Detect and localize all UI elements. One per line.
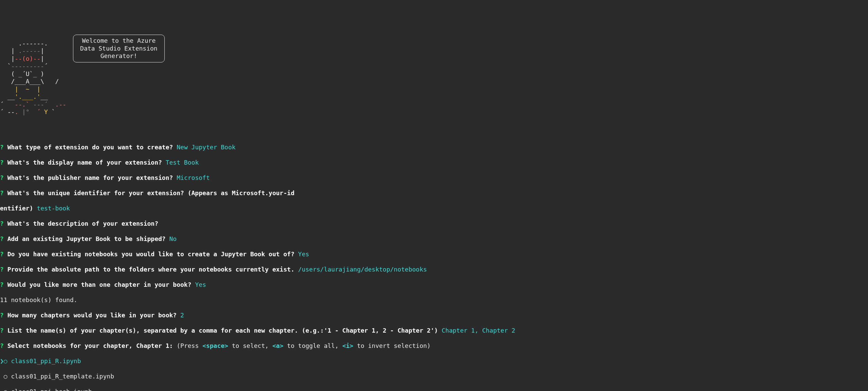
prompt-answer: /users/laurajiang/desktop/notebooks <box>298 266 427 273</box>
prompt-line-continuation: entifier) test-book <box>0 205 868 212</box>
instruction-text: to select, <box>228 342 272 349</box>
instruction-text: to invert selection) <box>353 342 431 349</box>
option-label: class01_ppi_R_template.ipynb <box>11 373 114 380</box>
prompt-line: ? How many chapters would you like in yo… <box>0 312 868 319</box>
question-mark-icon: ? <box>0 312 4 319</box>
prompt-line: ? Do you have existing notebooks you wou… <box>0 250 868 258</box>
prompt-answer: Chapter 1, Chapter 2 <box>441 327 515 334</box>
prompt-question: What's the unique identifier for your ex… <box>7 189 294 197</box>
prompt-answer: test-book <box>37 205 70 212</box>
instruction-text: to toggle all, <box>283 342 342 349</box>
prompt-line: ? Would you like more than one chapter i… <box>0 281 868 289</box>
welcome-line-2: Data Studio Extension <box>80 45 158 52</box>
prompt-line: ? Provide the absolute path to the folde… <box>0 266 868 274</box>
radio-icon: ○ <box>4 373 11 380</box>
radio-icon: ○ <box>4 357 11 365</box>
prompt-line: ? What's the publisher name for your ext… <box>0 174 868 182</box>
question-mark-icon: ? <box>0 342 4 349</box>
question-mark-icon: ? <box>0 189 4 197</box>
question-mark-icon: ? <box>0 281 4 288</box>
prompt-answer: Microsoft <box>177 174 210 181</box>
keyboard-key: <i> <box>342 342 354 349</box>
prompt-line: ? Add an existing Jupyter Book to be shi… <box>0 235 868 243</box>
option-label: class01_ppi_R.ipynb <box>11 357 81 365</box>
prompts-block: ? What type of extension do you want to … <box>0 136 868 391</box>
option-item-current[interactable]: ❯○ class01_ppi_R.ipynb <box>0 357 868 365</box>
question-mark-icon: ? <box>0 235 4 242</box>
notebooks-found: 11 notebook(s) found. <box>0 296 868 304</box>
prompt-line: ? What's the unique identifier for your … <box>0 189 868 197</box>
prompt-answer: Test Book <box>166 159 199 166</box>
prompt-line: ? What's the display name of your extens… <box>0 159 868 167</box>
option-label: class01_ppi_bash.ipynb <box>11 388 92 391</box>
prompt-question: Would you like more than one chapter in … <box>7 281 192 288</box>
prompt-question: What's the display name of your extensio… <box>7 159 162 166</box>
prompt-question: Add an existing Jupyter Book to be shipp… <box>7 235 166 242</box>
welcome-line-3: Generator! <box>101 52 137 59</box>
instruction-text: (Press <box>173 342 202 349</box>
prompt-question: How many chapters would you like in your… <box>7 312 177 319</box>
prompt-question: Select notebooks for your chapter, Chapt… <box>7 342 173 349</box>
ascii-art-logo: .------. | .-----| |--(o)--| `---------´… <box>0 32 66 116</box>
prompt-line: ? What type of extension do you want to … <box>0 144 868 151</box>
welcome-box: Welcome to the Azure Data Studio Extensi… <box>73 35 165 62</box>
welcome-line-1: Welcome to the Azure <box>82 37 156 44</box>
prompt-question: List the name(s) of your chapter(s), sep… <box>7 327 438 334</box>
question-mark-icon: ? <box>0 220 4 227</box>
prompt-question: What's the publisher name for your exten… <box>7 174 173 181</box>
prompt-question: What type of extension do you want to cr… <box>7 144 173 151</box>
header-row: .------. | .-----| |--(o)--| `---------´… <box>0 32 868 116</box>
prompt-question: What's the description of your extension… <box>7 220 158 227</box>
pointer-icon: ❯ <box>0 357 4 365</box>
prompt-answer: Yes <box>195 281 206 288</box>
prompt-answer: New Jupyter Book <box>177 144 235 151</box>
prompt-line: ? What's the description of your extensi… <box>0 220 868 228</box>
question-mark-icon: ? <box>0 250 4 258</box>
prompt-line: ? List the name(s) of your chapter(s), s… <box>0 327 868 335</box>
question-mark-icon: ? <box>0 159 4 166</box>
prompt-answer: Yes <box>298 250 309 258</box>
question-mark-icon: ? <box>0 266 4 273</box>
prompt-answer: 2 <box>180 312 184 319</box>
question-mark-icon: ? <box>0 174 4 181</box>
prompt-question: Do you have existing notebooks you would… <box>7 250 294 258</box>
option-item[interactable]: ○ class01_ppi_R_template.ipynb <box>0 373 868 380</box>
prompt-question-cont: entifier) <box>0 205 33 212</box>
prompt-question: Provide the absolute path to the folders… <box>7 266 294 273</box>
prompt-line: ? Select notebooks for your chapter, Cha… <box>0 342 868 350</box>
question-mark-icon: ? <box>0 144 4 151</box>
prompt-answer: No <box>169 235 177 242</box>
radio-icon: ○ <box>4 388 11 391</box>
keyboard-key: <a> <box>272 342 284 349</box>
question-mark-icon: ? <box>0 327 4 334</box>
option-item[interactable]: ○ class01_ppi_bash.ipynb <box>0 388 868 391</box>
keyboard-key: <space> <box>202 342 228 349</box>
